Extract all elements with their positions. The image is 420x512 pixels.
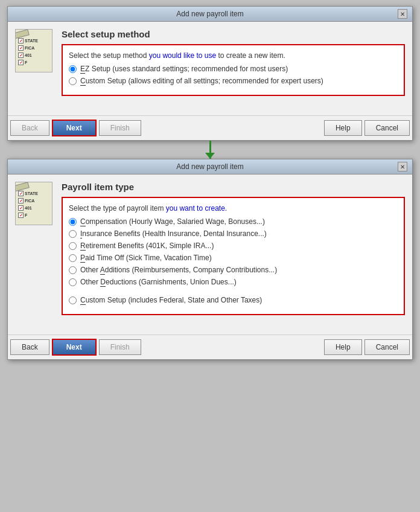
dialog2-back-button[interactable]: Back bbox=[10, 339, 49, 355]
icon2-checkbox-f: ✓ bbox=[18, 213, 24, 218]
dialog2: Add new payroll item ✕ ✓ STATE ✓ FICA bbox=[7, 159, 413, 360]
dialog2-option-additions[interactable]: Other Additions (Reimbursements, Company… bbox=[69, 266, 398, 274]
dialog1-option-ez-label: EZ Setup (uses standard settings; recomm… bbox=[80, 65, 288, 73]
dialog1-header: ✓ STATE ✓ FICA ✓ 401 ✓ F bbox=[15, 29, 405, 102]
dialog2-option-insurance-label: Insurance Benefits (Health Insurance, De… bbox=[80, 229, 267, 238]
dialog2-option-retirement-label: Retirement Benefits (401K, Simple IRA...… bbox=[80, 242, 214, 250]
dialog2-option-retirement[interactable]: Retirement Benefits (401K, Simple IRA...… bbox=[69, 242, 398, 250]
dialog2-option-custom[interactable]: Custom Setup (includes Federal, State an… bbox=[69, 296, 398, 304]
dialog2-button-row: Back Next Finish Help Cancel bbox=[8, 334, 412, 359]
dialog2-option-pto-label: Paid Time Off (Sick Time, Vacation Time) bbox=[80, 254, 212, 262]
dialog2-header: ✓ STATE ✓ FICA ✓ 401 ✓ F bbox=[15, 182, 405, 321]
dialog2-section-title: Payroll item type bbox=[62, 182, 405, 192]
payroll-icon-2: ✓ STATE ✓ FICA ✓ 401 ✓ F bbox=[15, 182, 54, 227]
icon-checkbox-401: ✓ bbox=[18, 53, 24, 58]
dialog1-close-button[interactable]: ✕ bbox=[398, 9, 407, 19]
dialog2-option-additions-label: Other Additions (Reimbursements, Company… bbox=[80, 266, 277, 274]
dialog2-cancel-button[interactable]: Cancel bbox=[364, 339, 410, 355]
dialog2-instruction: Select the type of payroll item you want… bbox=[69, 204, 398, 213]
dialog2-titlebar: Add new payroll item ✕ bbox=[8, 159, 412, 174]
dialog1-section-title: Select setup method bbox=[62, 29, 405, 39]
dialog1-back-button[interactable]: Back bbox=[10, 120, 49, 136]
dialog2-help-button[interactable]: Help bbox=[324, 339, 362, 355]
dialog1-finish-button[interactable]: Finish bbox=[99, 120, 141, 136]
dialog1-option-custom-label: Custom Setup (allows editing of all sett… bbox=[80, 77, 323, 85]
icon-checkbox-fica: ✓ bbox=[18, 45, 24, 51]
dialog1: Add new payroll item ✕ ✓ STATE ✓ FICA bbox=[7, 6, 413, 141]
dialog1-help-button[interactable]: Help bbox=[324, 120, 362, 136]
icon2-checkbox-state: ✓ bbox=[18, 191, 24, 196]
dialog1-instruction: Select the setup method you would like t… bbox=[69, 51, 398, 60]
dialog1-next-button[interactable]: Next bbox=[52, 120, 97, 136]
dialog2-content: ✓ STATE ✓ FICA ✓ 401 ✓ F bbox=[8, 174, 412, 334]
icon-checkbox-state: ✓ bbox=[18, 38, 24, 43]
dialog1-option-ez[interactable]: EZ Setup (uses standard settings; recomm… bbox=[69, 65, 398, 73]
dialog1-titlebar: Add new payroll item ✕ bbox=[8, 7, 412, 22]
dialog2-option-insurance[interactable]: Insurance Benefits (Health Insurance, De… bbox=[69, 229, 398, 238]
dialog2-main: Payroll item type Select the type of pay… bbox=[62, 182, 405, 321]
dialog2-option-compensation[interactable]: Compensation (Hourly Wage, Salaried Wage… bbox=[69, 217, 398, 226]
dialog2-option-custom-label: Custom Setup (includes Federal, State an… bbox=[80, 296, 262, 304]
dialog2-option-deductions[interactable]: Other Deductions (Garnishments, Union Du… bbox=[69, 278, 398, 286]
dialog2-option-pto[interactable]: Paid Time Off (Sick Time, Vacation Time) bbox=[69, 254, 398, 262]
payroll-icon: ✓ STATE ✓ FICA ✓ 401 ✓ F bbox=[15, 29, 54, 74]
dialog1-main: Select setup method Select the setup met… bbox=[62, 29, 405, 102]
dialog2-finish-button[interactable]: Finish bbox=[99, 339, 141, 355]
dialog2-next-button[interactable]: Next bbox=[52, 339, 97, 356]
dialog2-close-button[interactable]: ✕ bbox=[398, 162, 407, 171]
dialog1-content: ✓ STATE ✓ FICA ✓ 401 ✓ F bbox=[8, 22, 412, 115]
dialog2-option-compensation-label: Compensation (Hourly Wage, Salaried Wage… bbox=[80, 217, 265, 226]
dialog2-options-box: Select the type of payroll item you want… bbox=[62, 197, 405, 315]
dialog1-title: Add new payroll item bbox=[22, 10, 398, 18]
dialog1-cancel-button[interactable]: Cancel bbox=[364, 120, 410, 136]
dialog1-options-box: Select the setup method you would like t… bbox=[62, 44, 405, 96]
icon2-checkbox-401: ✓ bbox=[18, 205, 24, 211]
dialog2-title: Add new payroll item bbox=[22, 162, 398, 171]
dialog2-option-deductions-label: Other Deductions (Garnishments, Union Du… bbox=[80, 278, 237, 286]
dialog1-option-custom[interactable]: Custom Setup (allows editing of all sett… bbox=[69, 77, 398, 85]
icon-checkbox-f: ✓ bbox=[18, 60, 24, 65]
dialog1-button-row: Back Next Finish Help Cancel bbox=[8, 115, 412, 140]
icon2-checkbox-fica: ✓ bbox=[18, 198, 24, 203]
